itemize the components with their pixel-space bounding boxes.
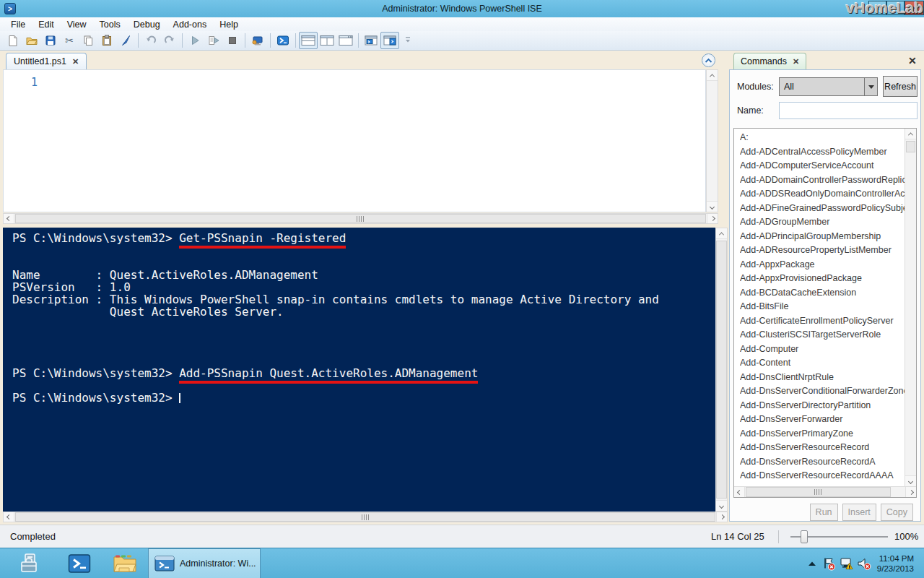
- zoom-slider-thumb[interactable]: [801, 530, 808, 543]
- undo-icon[interactable]: [141, 32, 160, 49]
- command-list-item[interactable]: Add-ADDomainControllerPasswordReplicatio…: [740, 173, 905, 188]
- menu-item[interactable]: Tools: [93, 19, 127, 30]
- commands-vertical-scrollbar[interactable]: [905, 129, 916, 486]
- command-list-item[interactable]: Add-DnsServerPrimaryZone: [740, 427, 905, 441]
- command-list-item[interactable]: Add-DnsServerDirectoryPartition: [740, 399, 905, 413]
- command-list-item[interactable]: Add-AppxPackage: [740, 258, 905, 272]
- dropdown-arrow-icon[interactable]: [864, 78, 877, 95]
- zoom-slider[interactable]: [790, 536, 888, 538]
- show-script-pane-top-icon[interactable]: [299, 32, 318, 49]
- tab-commands[interactable]: Commands ✕: [733, 53, 806, 69]
- start-powershell-icon[interactable]: [274, 32, 292, 49]
- save-icon[interactable]: [41, 32, 60, 49]
- run-selection-icon[interactable]: [204, 32, 223, 49]
- editor-vertical-scrollbar[interactable]: [706, 69, 718, 212]
- command-list-item[interactable]: Add-DnsClientNrptRule: [740, 371, 905, 385]
- scroll-down-icon[interactable]: [716, 500, 727, 511]
- server-manager-icon[interactable]: [19, 552, 43, 575]
- paste-icon[interactable]: [97, 32, 116, 49]
- scroll-right-icon[interactable]: [905, 487, 916, 497]
- command-list-item[interactable]: Add-Computer: [740, 342, 905, 357]
- scroll-up-icon[interactable]: [707, 70, 718, 81]
- command-list-item[interactable]: Add-ADFineGrainedPasswordPolicySubject: [740, 202, 905, 216]
- command-list-item[interactable]: Add-AppxProvisionedPackage: [740, 272, 905, 286]
- network-status-icon[interactable]: [838, 555, 855, 572]
- modules-dropdown[interactable]: All: [779, 77, 878, 96]
- command-list-item[interactable]: Add-ADDSReadOnlyDomainControllerAccount: [740, 187, 905, 202]
- panel-button[interactable]: Insert: [842, 504, 876, 521]
- taskbar-clock[interactable]: 11:04 PM 9/23/2013: [877, 553, 914, 574]
- name-filter-input[interactable]: [779, 102, 918, 119]
- command-list-item[interactable]: Add-ADPrincipalGroupMembership: [740, 230, 905, 244]
- collapse-script-pane-button[interactable]: [702, 53, 715, 67]
- commands-horizontal-scrollbar[interactable]: [734, 486, 916, 497]
- panel-button[interactable]: Copy: [881, 504, 913, 521]
- new-powershell-tab-icon[interactable]: [362, 32, 380, 49]
- tab-untitled1[interactable]: Untitled1.ps1 ✕: [6, 53, 87, 69]
- console-pane[interactable]: PS C:\Windows\system32> Get-PSSnapin -Re…: [3, 228, 715, 512]
- scroll-right-icon[interactable]: [716, 512, 727, 522]
- commands-tab-close-icon[interactable]: ✕: [793, 57, 799, 66]
- scroll-left-icon[interactable]: [734, 487, 745, 497]
- menu-item[interactable]: Add-ons: [167, 19, 214, 30]
- editor-horizontal-scrollbar[interactable]: [3, 213, 718, 224]
- scroll-left-icon[interactable]: [4, 512, 14, 522]
- menu-item[interactable]: Debug: [127, 19, 167, 30]
- stop-operation-icon[interactable]: [223, 32, 242, 49]
- command-list-item[interactable]: Add-ClusteriSCSITargetServerRole: [740, 328, 905, 342]
- scroll-thumb[interactable]: [15, 512, 715, 522]
- toolbar-overflow-icon[interactable]: [399, 32, 418, 49]
- command-list-item[interactable]: Add-Content: [740, 356, 905, 371]
- command-list-item[interactable]: Add-ADResourcePropertyListMember: [740, 243, 905, 258]
- menu-item[interactable]: View: [61, 19, 93, 30]
- console-horizontal-scrollbar[interactable]: [3, 512, 728, 522]
- command-list-item[interactable]: Add-CertificateEnrollmentPolicyServer: [740, 314, 905, 329]
- command-list-item[interactable]: Add-DnsServerResourceRecordAAAA: [740, 469, 905, 483]
- command-list-item[interactable]: Add-BCDataCacheExtension: [740, 286, 905, 301]
- command-list-item[interactable]: Add-DnsServerResourceRecordA: [740, 455, 905, 470]
- open-script-icon[interactable]: [22, 32, 41, 49]
- scroll-up-icon[interactable]: [905, 129, 916, 139]
- run-script-icon[interactable]: [186, 32, 204, 49]
- refresh-button[interactable]: Refresh: [883, 76, 918, 97]
- show-hidden-icons-icon[interactable]: [803, 555, 821, 572]
- command-list-item[interactable]: Add-DnsServerForwarder: [740, 413, 905, 427]
- powershell-taskbar-icon[interactable]: [67, 552, 92, 575]
- menu-item[interactable]: Edit: [32, 19, 61, 30]
- scroll-thumb[interactable]: [15, 214, 706, 223]
- panel-close-icon[interactable]: ✕: [908, 55, 917, 66]
- menu-item[interactable]: File: [4, 19, 32, 30]
- command-list-item[interactable]: Add-DnsServerResourceRecord: [740, 441, 905, 455]
- show-script-pane-maximized-icon[interactable]: [336, 32, 355, 49]
- volume-muted-icon[interactable]: [855, 555, 873, 572]
- redo-icon[interactable]: [160, 32, 179, 49]
- scroll-thumb[interactable]: [746, 487, 891, 497]
- scroll-right-icon[interactable]: [707, 214, 718, 223]
- scroll-down-icon[interactable]: [707, 201, 718, 212]
- command-list-item[interactable]: A:: [740, 131, 905, 145]
- scroll-thumb[interactable]: [906, 141, 915, 152]
- scroll-left-icon[interactable]: [4, 214, 14, 223]
- action-center-flag-icon[interactable]: [821, 555, 838, 572]
- scroll-up-icon[interactable]: [716, 228, 727, 239]
- menu-item[interactable]: Help: [213, 19, 245, 30]
- scroll-thumb[interactable]: [716, 241, 727, 499]
- console-vertical-scrollbar[interactable]: [715, 228, 728, 512]
- tab-close-icon[interactable]: ✕: [72, 57, 79, 66]
- command-list-item[interactable]: Add-ADComputerServiceAccount: [740, 159, 905, 173]
- scroll-down-icon[interactable]: [905, 475, 916, 486]
- taskbar-active-window[interactable]: Administrator: Wi...: [148, 548, 261, 578]
- command-list-item[interactable]: Add-DnsServerConditionalForwarderZone: [740, 384, 905, 399]
- command-list-item[interactable]: Add-BitsFile: [740, 300, 905, 314]
- script-editor-pane[interactable]: 1: [3, 69, 706, 212]
- cut-icon[interactable]: ✂: [60, 32, 79, 49]
- copy-icon[interactable]: [79, 32, 97, 49]
- clear-console-pane-icon[interactable]: [116, 32, 135, 49]
- show-command-window-icon[interactable]: [380, 32, 399, 49]
- command-list-item[interactable]: Add-ADCentralAccessPolicyMember: [740, 145, 905, 160]
- file-explorer-icon[interactable]: [113, 552, 137, 575]
- command-list-item[interactable]: Add-ADGroupMember: [740, 215, 905, 230]
- panel-button[interactable]: Run: [810, 504, 838, 521]
- new-script-icon[interactable]: [4, 32, 22, 49]
- new-remote-powershell-tab-icon[interactable]: [248, 32, 267, 49]
